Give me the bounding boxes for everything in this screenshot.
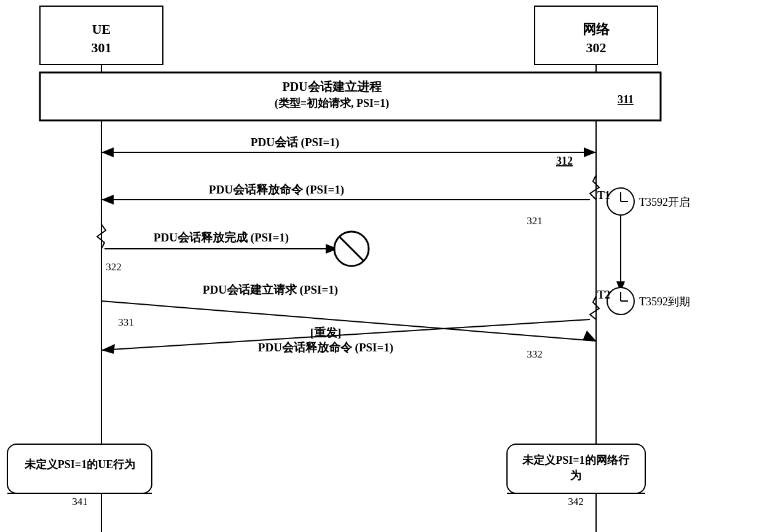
svg-marker-12 [101,195,114,205]
svg-text:T3592到期: T3592到期 [639,295,690,308]
main-svg: PDU会话建立进程 (类型=初始请求, PSI=1) 311 PDU会话 (PS… [0,0,762,532]
svg-text:UE: UE [92,22,111,37]
svg-text:PDU会话建立请求 (PSI=1): PDU会话建立请求 (PSI=1) [203,283,338,297]
svg-text:T3592开启: T3592开启 [639,196,690,208]
svg-text:342: 342 [568,496,584,507]
svg-text:未定义PSI=1的UE行为: 未定义PSI=1的UE行为 [24,458,135,471]
svg-text:341: 341 [72,496,88,507]
svg-rect-51 [507,444,645,493]
svg-text:332: 332 [527,348,543,360]
svg-rect-42 [40,6,163,65]
svg-text:PDU会话释放完成 (PSI=1): PDU会话释放完成 (PSI=1) [154,230,289,244]
svg-marker-7 [101,147,114,157]
svg-text:(类型=初始请求, PSI=1): (类型=初始请求, PSI=1) [275,96,390,110]
svg-text:网络: 网络 [583,22,610,37]
svg-text:PDU会话建立进程: PDU会话建立进程 [282,80,382,93]
svg-text:322: 322 [106,261,122,273]
svg-text:[重发]: [重发] [310,326,342,339]
svg-line-22 [101,319,590,350]
svg-point-40 [334,232,369,266]
svg-text:331: 331 [118,316,134,328]
svg-text:T1: T1 [597,189,610,201]
svg-text:PDU会话 (PSI=1): PDU会话 (PSI=1) [251,136,339,149]
svg-text:PDU会话释放命令 (PSI=1): PDU会话释放命令 (PSI=1) [209,183,344,197]
svg-marker-23 [101,344,115,354]
svg-marker-8 [584,147,596,157]
svg-text:未定义PSI=1的网络行: 未定义PSI=1的网络行 [522,453,629,466]
svg-text:301: 301 [92,40,112,55]
svg-text:T2: T2 [597,289,610,301]
diagram-container: PDU会话建立进程 (类型=初始请求, PSI=1) 311 PDU会话 (PS… [0,0,762,532]
svg-text:302: 302 [586,40,607,55]
svg-point-28 [607,188,634,215]
svg-rect-2 [40,72,661,120]
svg-text:312: 312 [556,155,573,167]
svg-marker-20 [583,331,596,341]
svg-marker-33 [616,281,625,292]
svg-text:311: 311 [618,93,634,106]
svg-rect-48 [7,444,152,493]
svg-rect-45 [535,6,658,65]
svg-line-41 [339,237,364,261]
svg-text:321: 321 [527,215,543,227]
svg-text:为: 为 [570,469,581,482]
svg-point-34 [607,288,634,315]
svg-text:PDU会话释放命令 (PSI=1): PDU会话释放命令 (PSI=1) [258,341,393,354]
svg-line-19 [101,301,596,341]
svg-marker-16 [326,244,338,254]
